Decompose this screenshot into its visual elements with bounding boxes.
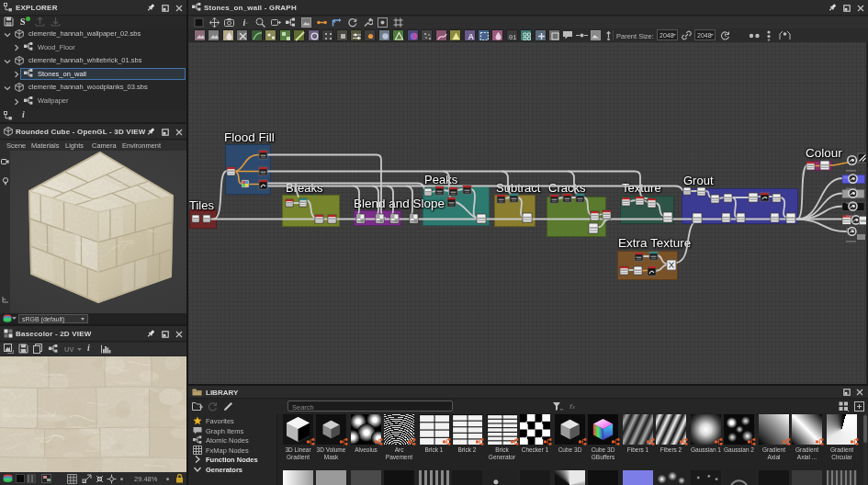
svg-text:Basecolor_whitebrick: Basecolor_whitebrick: [4, 412, 57, 418]
svg-text:A: A: [468, 32, 474, 41]
svg-text:01: 01: [509, 34, 516, 41]
svg-text:i: i: [242, 17, 245, 28]
